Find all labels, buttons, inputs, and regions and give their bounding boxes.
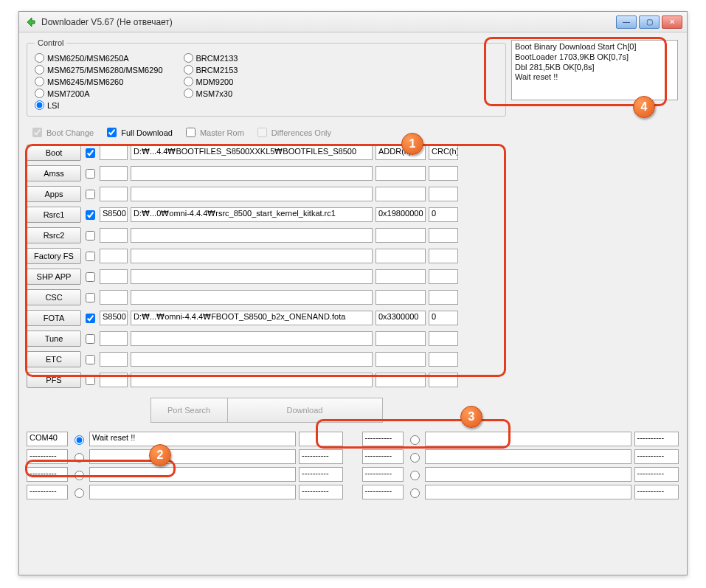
master-rom-checkbox[interactable]: Master Rom [183,125,244,139]
port-radio[interactable] [410,435,420,445]
row-field-a[interactable] [100,145,128,160]
row-checkbox[interactable] [86,231,95,241]
row-field-c[interactable] [376,187,426,201]
back-icon[interactable] [24,15,37,29]
row-field-b[interactable] [131,166,373,181]
row-field-a[interactable] [100,373,128,387]
port-name-field[interactable]: ---------- [27,485,68,499]
chipset-radio[interactable]: LSI [35,100,163,110]
row-label-button[interactable]: SHP APP [27,269,81,285]
row-field-c[interactable] [376,373,426,387]
port-radio[interactable] [410,488,420,498]
row-checkbox[interactable] [86,376,95,385]
full-download-checkbox[interactable]: Full Download [104,125,173,139]
row-field-b[interactable]: D:₩...4.4₩BOOTFILES_S8500XXKL5₩BOOTFILES… [131,145,373,160]
row-checkbox[interactable] [86,252,95,261]
row-field-d[interactable] [429,290,458,305]
row-label-button[interactable]: Boot [27,145,81,161]
row-field-c[interactable] [376,352,426,367]
row-field-d[interactable]: 0 [429,311,458,325]
row-checkbox[interactable] [86,355,95,364]
port-name-field[interactable]: ---------- [362,449,404,464]
row-checkbox[interactable] [86,293,95,302]
row-field-c[interactable] [376,290,426,305]
row-field-c[interactable] [376,166,426,181]
row-field-b[interactable] [131,290,373,305]
row-field-a[interactable] [100,228,128,243]
row-field-b[interactable] [131,228,373,243]
row-field-b[interactable]: D:₩...0₩omni-4.4.4₩rsrc_8500_start_kerne… [131,207,373,222]
row-label-button[interactable]: FOTA [27,310,81,326]
row-field-a[interactable] [100,269,128,284]
row-checkbox[interactable] [86,210,95,220]
port-extra-field[interactable]: ---------- [634,449,679,464]
port-extra-field[interactable]: ---------- [634,432,679,446]
port-name-field[interactable]: ---------- [27,449,68,464]
chipset-radio[interactable]: BRCM2133 [184,53,238,63]
chipset-radio[interactable]: MSM6275/MSM6280/MSM6290 [35,65,163,75]
row-field-d[interactable] [429,249,458,263]
row-field-d[interactable] [429,187,458,201]
port-name-field[interactable]: ---------- [27,467,68,482]
row-field-d[interactable] [429,228,458,243]
row-field-d[interactable] [429,352,458,367]
chipset-radio[interactable]: MDM9200 [184,77,238,86]
row-field-b[interactable] [131,352,373,367]
row-field-b[interactable]: D:₩...₩omni-4.4.4₩FBOOT_S8500_b2x_ONENAN… [131,311,373,325]
row-field-a[interactable] [100,249,128,263]
chipset-radio[interactable]: MSM6245/MSM6260 [35,77,163,86]
row-label-button[interactable]: Apps [27,186,81,202]
port-name-field[interactable]: ---------- [362,432,404,446]
row-label-button[interactable]: Factory FS [27,248,81,264]
row-field-a[interactable] [100,331,128,346]
port-radio[interactable] [75,453,84,463]
row-field-d[interactable] [429,331,458,346]
port-search-button[interactable]: Port Search [150,398,228,423]
close-button[interactable]: ✕ [662,15,682,29]
row-field-b[interactable] [131,187,373,201]
row-field-a[interactable] [100,290,128,305]
row-field-a[interactable] [100,166,128,181]
port-extra-field[interactable]: ---------- [299,485,343,499]
row-field-d[interactable]: CRC(h) [429,145,458,160]
port-extra-field[interactable]: ---------- [299,449,343,464]
row-field-b[interactable] [131,269,373,284]
minimize-button[interactable]: — [616,15,637,29]
row-checkbox[interactable] [86,314,95,323]
row-field-b[interactable] [131,249,373,263]
port-radio[interactable] [75,471,84,480]
chipset-radio[interactable]: MSM7x30 [184,89,238,98]
row-field-c[interactable] [376,228,426,243]
row-field-a[interactable] [100,187,128,201]
row-field-d[interactable] [429,269,458,284]
row-checkbox[interactable] [86,190,95,199]
row-label-button[interactable]: ETC [27,351,81,367]
row-field-c[interactable]: 0x19800000 [376,207,426,222]
row-field-d[interactable] [429,373,458,387]
row-field-a[interactable] [100,352,128,367]
row-checkbox[interactable] [86,334,95,344]
row-label-button[interactable]: Tune [27,331,81,347]
port-radio[interactable] [410,471,420,480]
row-label-button[interactable]: Amss [27,165,81,181]
chipset-radio[interactable]: MSM6250/MSM6250A [35,53,163,63]
port-extra-field[interactable] [299,432,343,446]
port-radio[interactable] [75,488,84,498]
row-label-button[interactable]: Rsrc2 [27,227,81,243]
row-checkbox[interactable] [86,169,95,179]
row-field-c[interactable]: 0x3300000 [376,311,426,325]
port-radio[interactable] [75,435,84,445]
port-extra-field[interactable]: ---------- [634,467,679,482]
row-label-button[interactable]: CSC [27,289,81,305]
row-checkbox[interactable] [86,148,95,158]
row-label-button[interactable]: Rsrc1 [27,207,81,223]
port-radio[interactable] [410,453,420,463]
row-field-b[interactable] [131,331,373,346]
row-field-a[interactable]: S8500 [100,207,128,222]
maximize-button[interactable]: ▢ [639,15,660,29]
row-field-d[interactable]: 0 [429,207,458,222]
row-label-button[interactable]: PFS [27,372,81,388]
row-field-a[interactable]: S8500 [100,311,128,325]
port-name-field[interactable]: ---------- [362,467,404,482]
port-extra-field[interactable]: ---------- [634,485,679,499]
